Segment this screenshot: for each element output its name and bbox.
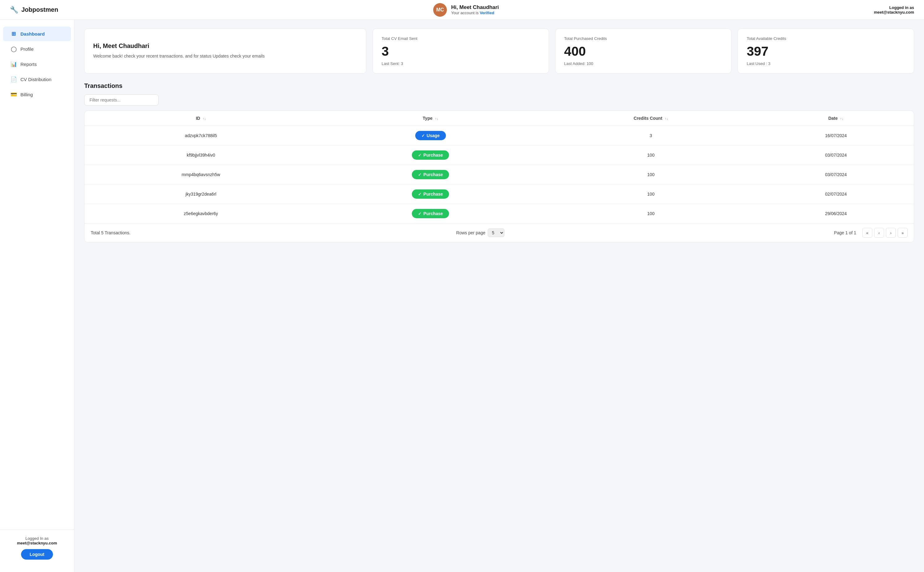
table-row: jky319gr2dea6rl ✓ Purchase 100 02/07/202… bbox=[84, 185, 914, 204]
welcome-title: Hi, Meet Chaudhari bbox=[93, 42, 357, 50]
main-content: Hi, Meet Chaudhari Welcome back! check y… bbox=[74, 20, 924, 572]
profile-icon: ◯ bbox=[11, 46, 17, 52]
cell-credits: 3 bbox=[544, 126, 758, 146]
page-info: Page 1 of 1 bbox=[834, 230, 856, 235]
sidebar-footer: Logged In as meet@stacknyu.com Logout bbox=[0, 530, 74, 566]
sidebar-label-profile: Profile bbox=[20, 47, 34, 52]
welcome-message: Welcome back! check your recent transact… bbox=[93, 53, 357, 59]
page-next-button[interactable]: › bbox=[886, 228, 896, 238]
logo-text: Jobpostmen bbox=[21, 6, 58, 13]
dashboard-icon: ⊞ bbox=[11, 31, 17, 37]
cell-type: ✓ Purchase bbox=[317, 165, 544, 185]
pagination-row: Total 5 Transactions. Rows per page 5 10… bbox=[84, 223, 914, 242]
cell-id: kf9bjjvl39h4iv0 bbox=[84, 146, 317, 165]
cell-type: ✓ Purchase bbox=[317, 146, 544, 165]
stat-sub-available: Last Used : 3 bbox=[747, 61, 905, 66]
stat-card-purchased-credits: Total Purchased Credits 400 Last Added: … bbox=[555, 28, 732, 74]
table-header-row: ID ↑↓ Type ↑↓ Credits Count ↑↓ Date ↑↓ bbox=[84, 111, 914, 126]
col-credits: Credits Count ↑↓ bbox=[544, 111, 758, 126]
col-date: Date ↑↓ bbox=[758, 111, 914, 126]
col-id: ID ↑↓ bbox=[84, 111, 317, 126]
header-greeting: Hi, Meet Chaudhari bbox=[451, 4, 499, 11]
table-row: adzvpk7ck788il5 ✓ Usage 3 16/07/2024 bbox=[84, 126, 914, 146]
sidebar-footer-logged-in: Logged In as meet@stacknyu.com bbox=[8, 536, 67, 546]
cell-id: adzvpk7ck788il5 bbox=[84, 126, 317, 146]
cell-type: ✓ Purchase bbox=[317, 185, 544, 204]
logout-button[interactable]: Logout bbox=[21, 549, 53, 560]
stat-value-email: 3 bbox=[381, 44, 540, 59]
page-last-button[interactable]: » bbox=[898, 228, 908, 238]
cell-date: 02/07/2024 bbox=[758, 185, 914, 204]
type-badge: ✓ Purchase bbox=[412, 190, 449, 199]
reports-icon: 📊 bbox=[11, 61, 17, 67]
transactions-title: Transactions bbox=[84, 82, 914, 89]
cell-id: mmp4bq6avsnzh5w bbox=[84, 165, 317, 185]
rows-per-page-select[interactable]: 5 10 25 bbox=[488, 228, 504, 237]
sidebar-item-profile[interactable]: ◯ Profile bbox=[3, 42, 71, 56]
billing-icon: 💳 bbox=[11, 91, 17, 98]
stats-row: Hi, Meet Chaudhari Welcome back! check y… bbox=[84, 28, 914, 74]
cell-date: 03/07/2024 bbox=[758, 146, 914, 165]
cell-id: jky319gr2dea6rl bbox=[84, 185, 317, 204]
header-user-email: meet@stacknyu.com bbox=[874, 10, 914, 14]
cell-credits: 100 bbox=[544, 165, 758, 185]
stat-card-email-sent: Total CV Email Sent 3 Last Sent: 3 bbox=[372, 28, 549, 74]
rows-per-page: Rows per page 5 10 25 bbox=[456, 228, 504, 237]
stat-label-available: Total Available Credits bbox=[747, 36, 905, 41]
page-first-button[interactable]: « bbox=[862, 228, 872, 238]
table-row: mmp4bq6avsnzh5w ✓ Purchase 100 03/07/202… bbox=[84, 165, 914, 185]
app-header: 🔧 Jobpostmen MC Hi, Meet Chaudhari Your … bbox=[0, 0, 924, 20]
cell-date: 16/07/2024 bbox=[758, 126, 914, 146]
main-layout: ⊞ Dashboard ◯ Profile 📊 Reports 📄 CV Dis… bbox=[0, 20, 924, 572]
header-login-info: Logged in as meet@stacknyu.com bbox=[874, 5, 914, 14]
check-icon: ✓ bbox=[422, 134, 425, 138]
check-icon: ✓ bbox=[418, 211, 422, 216]
stat-label-purchased: Total Purchased Credits bbox=[564, 36, 723, 41]
type-badge: ✓ Purchase bbox=[412, 209, 449, 218]
avatar: MC bbox=[433, 3, 447, 17]
stat-value-available: 397 bbox=[747, 44, 905, 59]
avatar-initials: MC bbox=[436, 7, 444, 13]
stat-value-purchased: 400 bbox=[564, 44, 723, 59]
total-transactions: Total 5 Transactions. bbox=[91, 230, 131, 235]
sidebar-footer-email: meet@stacknyu.com bbox=[8, 541, 67, 546]
cv-distribution-icon: 📄 bbox=[11, 76, 17, 82]
logo-icon: 🔧 bbox=[10, 6, 18, 14]
table-row: z5e6egkavbder6y ✓ Purchase 100 29/06/202… bbox=[84, 204, 914, 224]
filter-input[interactable] bbox=[84, 95, 159, 106]
sidebar: ⊞ Dashboard ◯ Profile 📊 Reports 📄 CV Dis… bbox=[0, 20, 74, 572]
table-row: kf9bjjvl39h4iv0 ✓ Purchase 100 03/07/202… bbox=[84, 146, 914, 165]
sidebar-label-dashboard: Dashboard bbox=[20, 31, 45, 37]
sidebar-item-dashboard[interactable]: ⊞ Dashboard bbox=[3, 26, 71, 41]
cell-credits: 100 bbox=[544, 204, 758, 224]
cell-credits: 100 bbox=[544, 146, 758, 165]
sidebar-label-reports: Reports bbox=[20, 62, 37, 67]
cell-type: ✓ Usage bbox=[317, 126, 544, 146]
cell-date: 03/07/2024 bbox=[758, 165, 914, 185]
check-icon: ✓ bbox=[418, 153, 422, 157]
header-account-status: Your account is Verified bbox=[451, 11, 499, 15]
welcome-card: Hi, Meet Chaudhari Welcome back! check y… bbox=[84, 28, 366, 74]
sidebar-item-billing[interactable]: 💳 Billing bbox=[3, 87, 71, 102]
type-badge: ✓ Usage bbox=[415, 131, 446, 140]
transactions-table: ID ↑↓ Type ↑↓ Credits Count ↑↓ Date ↑↓ a… bbox=[84, 111, 914, 223]
transactions-table-container: ID ↑↓ Type ↑↓ Credits Count ↑↓ Date ↑↓ a… bbox=[84, 110, 914, 242]
header-user-info: Hi, Meet Chaudhari Your account is Verif… bbox=[451, 4, 499, 15]
page-prev-button[interactable]: ‹ bbox=[874, 228, 884, 238]
type-badge: ✓ Purchase bbox=[412, 151, 449, 160]
logo: 🔧 Jobpostmen bbox=[10, 6, 58, 14]
check-icon: ✓ bbox=[418, 192, 422, 197]
rows-per-page-label: Rows per page bbox=[456, 230, 485, 235]
cell-type: ✓ Purchase bbox=[317, 204, 544, 224]
cell-credits: 100 bbox=[544, 185, 758, 204]
check-icon: ✓ bbox=[418, 173, 422, 177]
cell-date: 29/06/2024 bbox=[758, 204, 914, 224]
page-nav: « ‹ › » bbox=[862, 228, 908, 238]
sidebar-label-cv-distribution: CV Distribution bbox=[20, 77, 51, 82]
col-type: Type ↑↓ bbox=[317, 111, 544, 126]
type-badge: ✓ Purchase bbox=[412, 170, 449, 179]
sidebar-item-cv-distribution[interactable]: 📄 CV Distribution bbox=[3, 72, 71, 87]
cell-id: z5e6egkavbder6y bbox=[84, 204, 317, 224]
sidebar-item-reports[interactable]: 📊 Reports bbox=[3, 57, 71, 72]
header-user-section: MC Hi, Meet Chaudhari Your account is Ve… bbox=[433, 3, 499, 17]
